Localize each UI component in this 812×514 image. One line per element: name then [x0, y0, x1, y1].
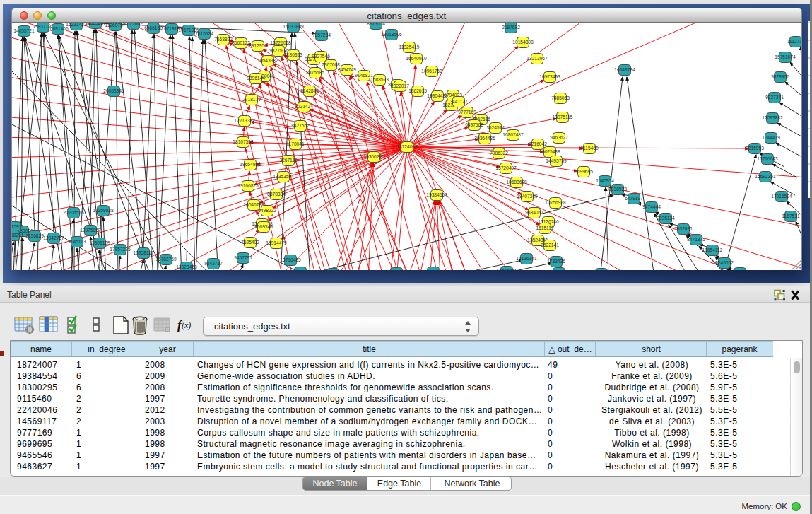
- svg-text:14055721: 14055721: [13, 28, 35, 33]
- svg-text:1733426: 1733426: [547, 259, 565, 264]
- svg-text:19654985: 19654985: [240, 162, 261, 167]
- svg-text:1145113: 1145113: [69, 239, 86, 244]
- svg-text:8031424: 8031424: [295, 104, 313, 109]
- svg-text:1167531: 1167531: [782, 214, 800, 218]
- svg-text:10961758: 10961758: [421, 69, 442, 74]
- svg-text:17016504: 17016504: [771, 194, 792, 199]
- svg-text:1322017: 1322017: [391, 83, 409, 88]
- svg-text:8471875: 8471875: [687, 237, 705, 242]
- svg-text:11260757: 11260757: [105, 23, 126, 28]
- svg-text:20691406: 20691406: [47, 26, 69, 31]
- svg-text:3267110: 3267110: [279, 158, 298, 163]
- svg-text:2522141: 2522141: [541, 243, 559, 247]
- svg-text:6966160: 6966160: [144, 25, 163, 30]
- svg-text:15300275: 15300275: [363, 154, 384, 159]
- svg-text:16782759: 16782759: [155, 257, 177, 262]
- svg-text:15751074: 15751074: [775, 54, 796, 59]
- svg-text:9474444: 9474444: [642, 204, 661, 209]
- svg-text:14136141: 14136141: [516, 256, 537, 261]
- svg-text:8375685: 8375685: [306, 70, 324, 75]
- svg-text:3215953: 3215953: [746, 146, 764, 151]
- svg-text:10543382: 10543382: [257, 58, 278, 63]
- svg-text:9327546: 9327546: [312, 54, 330, 59]
- svg-text:15692351: 15692351: [755, 174, 776, 179]
- svg-text:10958117: 10958117: [134, 250, 154, 255]
- svg-text:8427552: 8427552: [291, 123, 310, 128]
- svg-text:20053346: 20053346: [103, 88, 124, 93]
- svg-text:16033809: 16033809: [283, 24, 304, 29]
- svg-text:1640954: 1640954: [596, 178, 614, 183]
- svg-text:10853287: 10853287: [85, 23, 106, 25]
- svg-text:1244419: 1244419: [762, 135, 780, 140]
- svg-text:7485063: 7485063: [551, 95, 570, 100]
- svg-text:9684067: 9684067: [525, 210, 543, 215]
- svg-text:1588523: 1588523: [370, 77, 389, 82]
- svg-text:10756928: 10756928: [545, 200, 566, 205]
- svg-text:9245052: 9245052: [715, 260, 734, 265]
- svg-text:9457791: 9457791: [234, 255, 252, 260]
- svg-text:8454749: 8454749: [338, 67, 356, 72]
- svg-text:1615112: 1615112: [536, 226, 554, 230]
- svg-text:12923468: 12923468: [176, 264, 197, 269]
- svg-text:8878334: 8878334: [267, 192, 286, 197]
- svg-text:1170041: 1170041: [286, 141, 305, 146]
- svg-text:9329906: 9329906: [771, 74, 789, 79]
- svg-text:12213967: 12213967: [526, 56, 548, 61]
- svg-text:9242848: 9242848: [300, 88, 319, 93]
- svg-text:16231422: 16231422: [66, 23, 87, 27]
- svg-text:12093832: 12093832: [762, 115, 783, 120]
- svg-text:6479197: 6479197: [625, 196, 643, 201]
- svg-text:3912954: 3912954: [249, 43, 267, 48]
- svg-text:2156829: 2156829: [25, 233, 44, 238]
- svg-text:5498222: 5498222: [258, 208, 276, 213]
- svg-text:9509349: 9509349: [254, 224, 273, 229]
- svg-text:19218506: 19218506: [381, 32, 402, 37]
- svg-text:3915911: 3915911: [12, 224, 24, 229]
- svg-text:3441127: 3441127: [449, 99, 468, 104]
- svg-text:10654112: 10654112: [702, 247, 723, 252]
- svg-text:14495759: 14495759: [546, 158, 567, 163]
- svg-text:2367608: 2367608: [322, 62, 340, 67]
- svg-text:8660123: 8660123: [232, 40, 250, 45]
- svg-text:19384554: 19384554: [426, 192, 447, 197]
- svg-text:19166825: 19166825: [237, 183, 259, 188]
- svg-text:15720407: 15720407: [495, 165, 517, 170]
- svg-text:18724007: 18724007: [396, 144, 418, 149]
- svg-text:16640910: 16640910: [406, 56, 427, 61]
- svg-text:9115460: 9115460: [580, 146, 599, 151]
- svg-text:18407249: 18407249: [517, 194, 538, 199]
- svg-text:17957225: 17957225: [110, 247, 131, 252]
- svg-text:1112711: 1112711: [787, 39, 802, 44]
- svg-text:7515524: 7515524: [195, 31, 213, 36]
- svg-text:12942757: 12942757: [43, 235, 64, 240]
- svg-text:11568291: 11568291: [12, 233, 24, 238]
- svg-text:7357234: 7357234: [312, 33, 331, 37]
- svg-text:6216042: 6216042: [529, 141, 547, 146]
- svg-text:2935114: 2935114: [657, 216, 675, 221]
- svg-text:7632621: 7632621: [674, 226, 693, 231]
- svg-text:2718179: 2718179: [242, 97, 261, 102]
- svg-text:9242717: 9242717: [204, 261, 223, 266]
- svg-text:9896144: 9896144: [247, 76, 265, 81]
- svg-text:13226058: 13226058: [270, 40, 291, 45]
- svg-text:8186323: 8186323: [284, 52, 302, 57]
- svg-text:17359928: 17359928: [93, 208, 114, 213]
- svg-text:9777169: 9777169: [458, 110, 476, 115]
- svg-text:15716485: 15716485: [280, 257, 301, 262]
- svg-text:9699695: 9699695: [575, 169, 593, 174]
- svg-text:16046788: 16046788: [243, 202, 264, 207]
- svg-text:6497568: 6497568: [465, 122, 483, 127]
- svg-text:18107553: 18107553: [233, 139, 254, 144]
- svg-text:10688609: 10688609: [506, 180, 527, 185]
- svg-text:1527602: 1527602: [124, 23, 143, 26]
- svg-text:10154808: 10154808: [512, 40, 534, 45]
- svg-text:2687682: 2687682: [502, 25, 520, 30]
- svg-text:8494212: 8494212: [291, 269, 310, 270]
- svg-text:9463627: 9463627: [550, 135, 568, 140]
- svg-text:1362615: 1362615: [408, 88, 427, 93]
- svg-text:10807487: 10807487: [502, 132, 524, 137]
- svg-text:20206576: 20206576: [63, 210, 84, 215]
- svg-text:13353594: 13353594: [273, 174, 294, 179]
- svg-text:8938923: 8938923: [608, 187, 627, 192]
- svg-text:9776122: 9776122: [424, 269, 442, 270]
